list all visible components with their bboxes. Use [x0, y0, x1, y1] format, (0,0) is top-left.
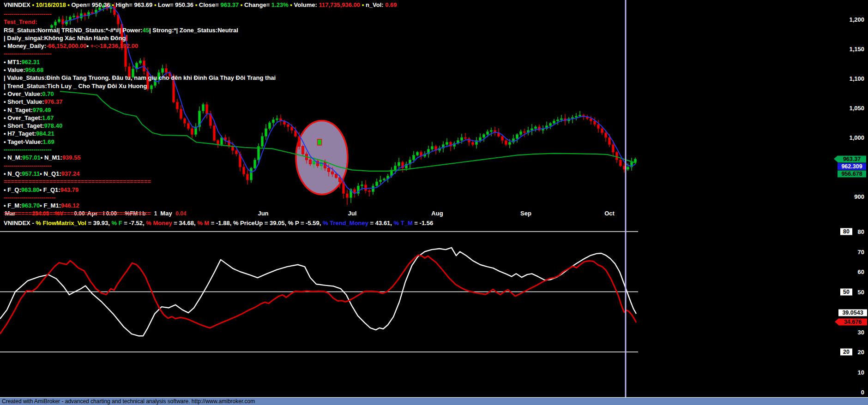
- candle-body: [309, 160, 312, 164]
- price-tick-1100: 1,100: [849, 75, 864, 82]
- oscillator-field: % F: [111, 220, 122, 226]
- candle-body: [287, 125, 289, 127]
- candle-body: [509, 142, 511, 144]
- ohlc-field: •: [30, 1, 36, 8]
- indicator-line: • H7_Taget:984.21: [4, 130, 276, 137]
- ohlc-field: 963.37: [220, 1, 239, 8]
- candle-body: [535, 127, 537, 129]
- candle-body: [398, 162, 400, 166]
- indicator-line: • Short_Value:976.37: [4, 98, 276, 106]
- candle-body: [472, 142, 474, 144]
- osc-value-badge: 39.0543: [838, 310, 867, 316]
- candle-body: [468, 139, 470, 143]
- indicator-field: | Trend_Status:Tich Luy _ Cho Thay Đôi X…: [4, 83, 147, 89]
- indicator-line: • Over_Value:0.70: [4, 90, 276, 98]
- ohlc-field: VNINDEX: [4, 1, 30, 8]
- candle-body: [298, 136, 301, 146]
- indicator-field: 979.49: [33, 107, 51, 113]
- candle-body: [524, 131, 526, 133]
- oscillator-field: % T_M: [394, 220, 413, 226]
- candle-body: [490, 131, 493, 132]
- oscillator-field: % M: [197, 220, 209, 226]
- indicator-field: +-:-18,236,192.00: [90, 42, 139, 49]
- candle-body: [609, 137, 611, 144]
- osc-tick-50: 50: [858, 288, 864, 295]
- oscillator-field: = -7.52,: [122, 220, 146, 226]
- candle-body: [276, 119, 278, 120]
- candle-body: [601, 129, 603, 133]
- indicator-field: • F_M1:: [40, 202, 61, 209]
- osc-tick-0: 0: [861, 389, 864, 396]
- candle-body: [634, 159, 637, 162]
- indicator-field: • N_Q:: [4, 170, 22, 177]
- candle-body: [431, 146, 434, 149]
- indicator-line: Test_Trend:: [4, 18, 276, 26]
- ohlc-field: Change=: [244, 1, 271, 8]
- indicator-field: • N_M:: [4, 154, 22, 161]
- indicator-line: ------------------------: [4, 50, 276, 58]
- indicator-line: RSI_Status:Normal| TREND_Status:*-#*#| P…: [4, 26, 276, 34]
- indicator-field: 45: [143, 27, 149, 34]
- indicator-line: ------------------------: [4, 146, 276, 154]
- badge-arrow-icon: [834, 156, 838, 162]
- candle-body: [291, 127, 293, 131]
- indicator-field: 956.68: [25, 66, 43, 73]
- ohlc-field: •: [66, 1, 72, 8]
- oscillator-field: = -1.56: [413, 220, 433, 226]
- ohlc-field: •: [152, 1, 158, 8]
- indicator-field: ------------------------: [4, 162, 52, 169]
- ohlc-field: n_Vol:: [366, 1, 385, 8]
- candle-body: [361, 185, 363, 186]
- indicator-field: --------------------------: [4, 194, 56, 201]
- indicator-field: • Value:: [4, 66, 25, 73]
- ohlc-field: 10/16/2018: [36, 1, 66, 8]
- ohlc-field: •: [360, 1, 366, 8]
- indicator-field: • Money_Daily:: [4, 42, 46, 49]
- indicator-line: ========================================…: [4, 209, 276, 217]
- ohlc-field: •: [289, 1, 294, 8]
- indicator-field: 939.55: [62, 154, 81, 161]
- indicator-field: •: [86, 42, 90, 49]
- month-label-aug: Aug: [431, 210, 443, 217]
- oscillator-field: = 34.68,: [172, 220, 198, 226]
- osc-tick-30: 30: [858, 328, 864, 335]
- indicator-line: • Taget-Value:1.69: [4, 138, 276, 146]
- indicator-field: 962.31: [22, 59, 40, 66]
- indicator-field: 978.40: [44, 122, 62, 129]
- indicator-field: • Over_Value:: [4, 90, 42, 97]
- candle-body: [483, 135, 485, 137]
- indicator-line: • MT1:962.31: [4, 58, 276, 66]
- indicator-field: | Daily_singal:Không Xác Nhân Hành Đông: [4, 35, 126, 42]
- candle-body: [616, 152, 618, 160]
- candle-body: [394, 166, 397, 170]
- candle-body: [549, 123, 552, 125]
- candle-body: [612, 144, 615, 152]
- candle-body: [328, 168, 330, 172]
- indicator-field: • H7_Taget:: [4, 130, 36, 137]
- indicator-field: 957.01: [22, 154, 41, 161]
- indicator-field: ------------------------: [4, 50, 52, 57]
- indicator-line: ========================================…: [4, 178, 276, 185]
- indicator-field: • Taget-Value:: [4, 138, 43, 145]
- indicator-line: • N_Taget:979.49: [4, 106, 276, 114]
- status-bar: Created with AmiBroker - advanced charti…: [0, 397, 868, 405]
- indicator-line: | Daily_singal:Không Xác Nhân Hành Đông: [4, 34, 276, 42]
- price-value-badge: 962.309: [838, 163, 866, 170]
- candle-body: [605, 133, 607, 137]
- ohlc-field: •: [193, 1, 199, 8]
- osc-value-badge: 34.676: [838, 319, 867, 326]
- indicator-field: 976.37: [44, 98, 63, 105]
- ohlc-field: Open= 950.36: [71, 1, 110, 8]
- price-tick-1200: 1,200: [849, 16, 864, 23]
- indicator-field: | Strong:*| Zone_Status:Neutral: [149, 27, 238, 34]
- candle-body: [594, 121, 596, 125]
- indicator-field: 963.70: [22, 202, 40, 209]
- candle-body: [383, 179, 386, 180]
- candle-body: [561, 119, 563, 120]
- indicator-line: • Short_Taget:978.40: [4, 122, 276, 130]
- indicator-field: • N_Q1:: [40, 170, 61, 177]
- osc-tick-80: 80: [858, 228, 864, 235]
- indicator-field: ========================================…: [4, 210, 151, 217]
- osc-tick-20: 20: [858, 349, 864, 356]
- oscillator-field: VNINDEX -: [4, 220, 36, 226]
